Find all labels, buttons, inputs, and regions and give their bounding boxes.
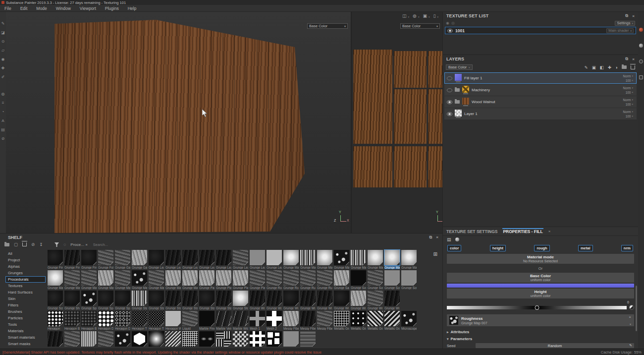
material-picker-tool-icon[interactable]: ✐ xyxy=(1,75,5,79)
shelf-item[interactable]: Grunge Pai... xyxy=(199,270,215,290)
symmetry-icon[interactable]: ≡ xyxy=(2,101,4,105)
shelf-category-materials[interactable]: Materials xyxy=(5,328,46,334)
menu-window[interactable]: Window xyxy=(52,6,75,11)
shelf-item[interactable] xyxy=(233,331,248,347)
wood-mesh[interactable] xyxy=(6,12,351,233)
shelf-item[interactable]: Grunge Stai... xyxy=(182,291,198,310)
viewport-3d[interactable]: Base Color ▾ Y X Z xyxy=(6,12,351,233)
shelf-item[interactable]: Marble Wide xyxy=(233,311,248,330)
texture-set-visibility-icon[interactable] xyxy=(447,29,453,33)
shelf-item[interactable]: Grunge Folds xyxy=(98,250,113,269)
visibility-toggle-icon[interactable] xyxy=(447,88,452,92)
texture-set-dock-icon[interactable] xyxy=(639,75,643,79)
new-resource-icon[interactable]: ▢ xyxy=(14,242,18,247)
shelf-item[interactable]: Grunge Sha... xyxy=(64,291,80,310)
shelf-item[interactable]: Messy Fiber... xyxy=(300,311,316,330)
float-panel-icon[interactable]: ⧉ xyxy=(625,57,628,61)
shelf-item[interactable]: Metallic Gra... xyxy=(368,311,383,330)
opacity-select[interactable]: 100▾ xyxy=(626,79,633,82)
history-icon[interactable] xyxy=(639,59,643,63)
opacity-select[interactable]: 100▾ xyxy=(626,103,633,106)
shelf-item[interactable]: Hexagon D... xyxy=(98,311,113,330)
collapse-all-icon[interactable]: ◎ xyxy=(451,21,455,25)
shelf-category-all[interactable]: All xyxy=(5,250,46,257)
channel-color[interactable]: color xyxy=(447,245,461,251)
shelf-item[interactable]: Metallic Gra... xyxy=(384,311,400,330)
clone-tool-icon[interactable]: ✚ xyxy=(1,66,5,70)
shelf-category-brushes[interactable]: Brushes xyxy=(5,308,46,315)
shader-settings-icon[interactable] xyxy=(639,28,643,32)
shelf-item[interactable]: Grunge Ma... xyxy=(300,250,316,269)
text-resource-icon[interactable]: A xyxy=(1,119,4,123)
blend-mode-select[interactable]: Norm▾ xyxy=(623,98,633,102)
shelf-item[interactable]: Grunge Stai... xyxy=(149,291,164,310)
shelf-item[interactable]: Hexagon Til... xyxy=(149,311,164,330)
material-view-icon[interactable]: ◍ xyxy=(413,13,417,18)
shelf-item[interactable]: Grunge Ma... xyxy=(182,270,198,290)
shelf-item[interactable]: Grunge Wi... xyxy=(267,291,282,310)
height-box[interactable]: Height uniform color xyxy=(447,289,634,298)
material-mode-box[interactable]: Material mode No Resource Selected xyxy=(447,254,634,264)
tab-properties-fill[interactable]: PROPERTIES - FILL xyxy=(502,228,543,235)
shelf-item[interactable]: Grunge San... xyxy=(334,270,349,290)
filter-funnel-icon[interactable] xyxy=(54,242,59,247)
shelf-item[interactable]: Hexagon W... xyxy=(165,311,181,330)
list-view-icon[interactable]: ▤ xyxy=(447,237,451,242)
shelf-item[interactable] xyxy=(182,331,198,347)
search-input[interactable] xyxy=(92,242,139,247)
attributes-section[interactable]: ▸ Attributes xyxy=(443,327,638,334)
menu-plugins[interactable]: Plugins xyxy=(101,6,123,11)
shelf-item[interactable]: Grunge Ma... xyxy=(165,270,181,290)
shelf-category-textures[interactable]: Textures xyxy=(5,283,46,289)
shelf-item[interactable] xyxy=(98,331,113,347)
shelf-item[interactable]: Hexagon B... xyxy=(64,311,80,330)
parameters-section[interactable]: ▾ Parameters xyxy=(443,334,638,341)
shelf-item[interactable]: Grunge Ma... xyxy=(149,270,164,290)
shelf-item[interactable]: Grunge Lea... xyxy=(233,250,248,269)
shelf-item[interactable] xyxy=(250,331,265,347)
layer-row[interactable]: Layer 1Norm▾100▾ xyxy=(444,108,637,119)
shelf-item[interactable]: Grunge Sp... xyxy=(115,291,130,310)
tab-texture-set-settings[interactable]: TEXTURE SET SETTINGS xyxy=(446,229,497,234)
grid-view-icon[interactable]: ⊞ xyxy=(433,251,437,257)
shelf-item[interactable]: Grunge Lea... xyxy=(250,250,265,269)
shader-resource-icon[interactable]: ▤ xyxy=(1,128,5,132)
shelf-item[interactable]: Grunge Ro... xyxy=(283,270,299,290)
shelf-item[interactable]: Hexagon Br... xyxy=(81,311,97,330)
shelf-item[interactable]: Grunge Pla... xyxy=(216,270,231,290)
shelf-item[interactable]: Grunge Spots xyxy=(98,291,113,310)
clear-filter-icon[interactable]: × xyxy=(85,242,88,247)
display-settings-icon[interactable] xyxy=(639,44,643,48)
visibility-toggle-icon[interactable] xyxy=(447,112,452,116)
import-resources-icon[interactable]: ↧ xyxy=(39,242,43,247)
shelf-item[interactable]: Grunge Rus... xyxy=(317,270,332,290)
shelf-item[interactable]: Grunge Lea... xyxy=(267,250,282,269)
parameter-value[interactable]: Random✎ xyxy=(476,343,634,348)
shelf-item[interactable]: Grunge Wi... xyxy=(384,291,400,310)
height-slider[interactable]: 0 xyxy=(447,302,634,311)
shelf-item[interactable]: Metallic Gra... xyxy=(334,311,349,330)
shelf-item[interactable]: Messy Fiber... xyxy=(283,311,299,330)
shelf-item[interactable]: Grunge Stai... xyxy=(216,291,231,310)
channel-height[interactable]: height xyxy=(490,245,506,251)
shelf-item[interactable] xyxy=(149,331,164,347)
shelf-item[interactable]: Grunge Stai... xyxy=(165,291,181,310)
shelf-item[interactable]: Grunge Scr... xyxy=(48,291,63,310)
shelf-item[interactable]: Grunge Scr... xyxy=(368,270,383,290)
edit-icon[interactable]: ✎ xyxy=(629,344,632,348)
filter-chip[interactable]: Proce... × xyxy=(70,242,87,247)
polygon-fill-tool-icon[interactable]: ▱ xyxy=(1,49,4,53)
shelf-item[interactable]: Grunge Leaks xyxy=(216,250,231,269)
shelf-item[interactable] xyxy=(115,331,130,347)
shelf-category-skin[interactable]: Skin xyxy=(5,296,46,302)
add-fill-layer-icon[interactable]: ▣ xyxy=(592,65,596,70)
add-smart-material-icon[interactable]: ✚ xyxy=(608,65,611,70)
menu-help[interactable]: Help xyxy=(123,6,141,11)
properties-scrollbar[interactable] xyxy=(636,286,637,331)
close-panel-icon[interactable]: × xyxy=(632,14,635,18)
channel-nrm[interactable]: nrm xyxy=(621,245,633,251)
projection-tool-icon[interactable]: ⊙ xyxy=(1,40,5,44)
shelf-category-smart-masks[interactable]: Smart masks xyxy=(5,341,46,347)
menu-file[interactable]: File xyxy=(0,6,16,11)
delete-layer-icon[interactable] xyxy=(631,65,635,69)
